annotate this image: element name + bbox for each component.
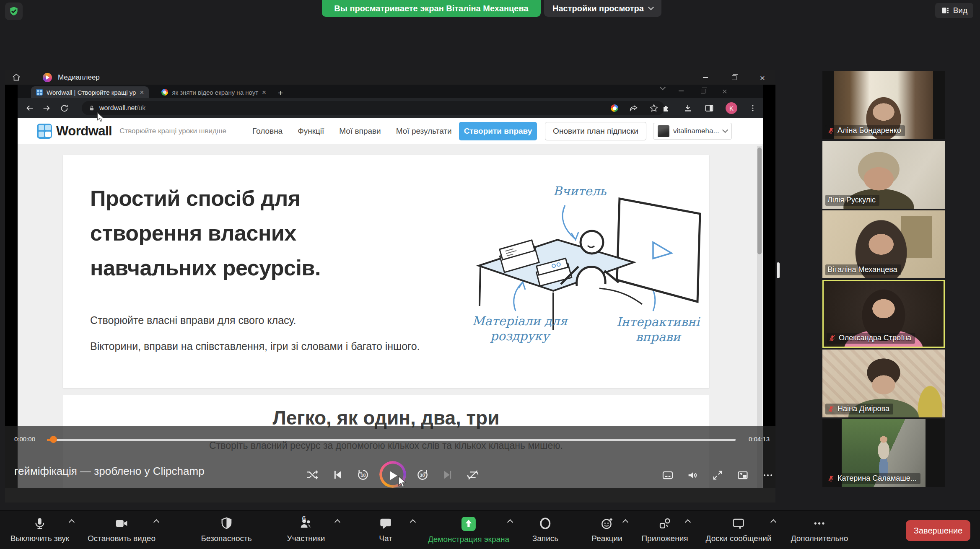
mic-icon: [33, 517, 47, 530]
create-activity-button[interactable]: Створити вправу: [459, 122, 537, 140]
participants-count-badge: 6: [302, 515, 306, 523]
security-button[interactable]: Безопасность: [201, 517, 251, 543]
hero-card: Простий спосіб для створення власних нав…: [63, 155, 709, 388]
seek-bar[interactable]: [47, 439, 736, 441]
mini-player-button[interactable]: [736, 468, 750, 482]
browser-menu-icon[interactable]: [749, 104, 757, 112]
download-icon[interactable]: [683, 103, 693, 113]
nav-my-activities[interactable]: Мої вправи: [339, 127, 381, 136]
nav-home[interactable]: Головна: [252, 127, 283, 136]
security-shield-icon[interactable]: [5, 3, 23, 20]
screen-share-banner: Вы просматриваете экран Віталіна Механце…: [322, 0, 541, 17]
next-track-button[interactable]: [439, 466, 456, 483]
reload-icon[interactable]: [59, 103, 70, 114]
account-dropdown[interactable]: vitalinameha...: [653, 123, 732, 140]
participant-nameplate: Катерина Саламаше...: [825, 473, 920, 484]
mouse-cursor: [397, 476, 408, 488]
participant-nameplate: Олександра Строїна: [827, 333, 915, 344]
back-icon[interactable]: [24, 103, 35, 114]
gallery-view-icon: [941, 6, 949, 15]
shuffle-button[interactable]: [304, 466, 321, 483]
maximize-button[interactable]: [729, 73, 739, 82]
record-icon: [539, 517, 552, 530]
wordwall-logo-icon: [37, 124, 52, 139]
google-icon[interactable]: [611, 104, 618, 112]
participants-button[interactable]: Участники 6: [287, 517, 325, 543]
forward-30-button[interactable]: 30: [414, 466, 431, 483]
account-name: vitalinameha...: [673, 127, 719, 135]
tab-close-icon[interactable]: [262, 89, 266, 96]
seek-knob[interactable]: [50, 436, 57, 443]
end-meeting-button[interactable]: Завершение: [906, 520, 970, 541]
extensions-icon[interactable]: [661, 103, 671, 113]
reactions-button[interactable]: Реакции: [591, 517, 622, 543]
participants-options-chevron[interactable]: [334, 519, 340, 525]
rewind-10-button[interactable]: 10: [355, 466, 371, 483]
stop-video-button[interactable]: Остановить видео: [88, 517, 156, 543]
restore-icon: [697, 86, 708, 96]
browser-tab-video-capture[interactable]: як зняти відео екрану на ноут: [156, 86, 271, 98]
hero-illustration: Вчитель Матеріали для роздруку Інтеракти…: [453, 176, 704, 352]
new-tab-icon[interactable]: [278, 88, 283, 98]
panel-resize-handle[interactable]: [777, 262, 780, 278]
side-panel-icon[interactable]: [704, 103, 714, 113]
view-settings-dropdown[interactable]: Настройки просмотра: [544, 0, 661, 17]
account-avatar: [658, 125, 669, 137]
tab-close-icon[interactable]: [140, 89, 144, 96]
camera-icon: [115, 517, 128, 530]
wordwall-brand: Wordwall: [56, 124, 112, 139]
participants-panel: Аліна Бондаренко Лілія Рускуліс Віталіна…: [822, 71, 945, 489]
chat-options-chevron[interactable]: [410, 519, 416, 525]
browser-tab-wordwall[interactable]: Wordwall | Створюйте кращі ур: [31, 86, 149, 98]
wordwall-logo[interactable]: Wordwall: [37, 124, 112, 139]
participant-tile[interactable]: Аліна Бондаренко: [822, 71, 945, 139]
share-icon[interactable]: [629, 104, 638, 113]
wordwall-tagline: Створюйте кращі уроки швидше: [119, 127, 226, 135]
view-settings-label: Настройки просмотра: [552, 4, 644, 13]
scrollbar-thumb[interactable]: [757, 148, 762, 254]
whiteboards-button[interactable]: Доски сообщений: [706, 517, 772, 543]
chat-button[interactable]: Чат: [379, 517, 392, 543]
minimize-button[interactable]: [700, 73, 711, 82]
subtitles-button[interactable]: [661, 468, 675, 482]
wordwall-favicon: [36, 89, 43, 96]
share-screen-button[interactable]: Демонстрация экрана: [428, 517, 509, 544]
volume-button[interactable]: [685, 468, 700, 482]
participant-nameplate: Віталіна Механцева: [825, 264, 901, 275]
close-icon: [719, 86, 730, 96]
meeting-toolbar: Выключить звук Остановить видео Безопасн…: [0, 510, 980, 549]
previous-track-button[interactable]: [329, 466, 346, 483]
upgrade-plan-button[interactable]: Оновити план підписки: [545, 122, 646, 140]
bookmark-star-icon[interactable]: [649, 104, 659, 113]
browser-profile-avatar[interactable]: K: [726, 102, 737, 114]
nav-my-results[interactable]: Мої результати: [396, 127, 452, 136]
more-options-button[interactable]: [761, 468, 775, 482]
fullscreen-button[interactable]: [710, 468, 725, 482]
muted-mic-icon: [829, 334, 836, 342]
participant-tile[interactable]: Наіна Дімірова: [822, 350, 945, 417]
current-time: 0:00:00: [14, 435, 35, 443]
participant-tile[interactable]: Лілія Рускуліс: [822, 141, 945, 209]
apps-button[interactable]: Приложения: [641, 517, 688, 543]
address-bar[interactable]: wordwall.net/uk: [82, 101, 664, 115]
forward-icon[interactable]: [41, 103, 52, 114]
tab-title: як зняти відео екрану на ноут: [172, 89, 258, 96]
nav-features[interactable]: Функції: [298, 127, 324, 136]
media-player-app-icon: [43, 73, 52, 82]
home-icon[interactable]: [12, 73, 21, 82]
more-button[interactable]: Дополнительно: [791, 517, 848, 543]
participant-tile[interactable]: Катерина Саламаше...: [822, 419, 945, 487]
participant-tile[interactable]: Віталіна Механцева: [822, 210, 945, 278]
reactions-options-chevron[interactable]: [622, 519, 628, 525]
mute-button[interactable]: Выключить звук: [10, 517, 69, 543]
close-button[interactable]: [757, 73, 768, 82]
more-dots-icon: [813, 517, 826, 530]
hero-line2: Вікторини, вправи на співставлення, ігри…: [90, 340, 420, 352]
video-area[interactable]: Wordwall | Створюйте кращі ур як зняти в…: [5, 85, 775, 488]
hero-heading: Простий спосіб для створення власних нав…: [90, 181, 417, 286]
repeat-off-button[interactable]: [464, 466, 481, 483]
participant-tile-active[interactable]: Олександра Строїна: [822, 280, 945, 348]
mute-options-chevron[interactable]: [69, 519, 75, 525]
record-button[interactable]: Запись: [532, 517, 558, 543]
view-button[interactable]: Вид: [935, 3, 973, 18]
